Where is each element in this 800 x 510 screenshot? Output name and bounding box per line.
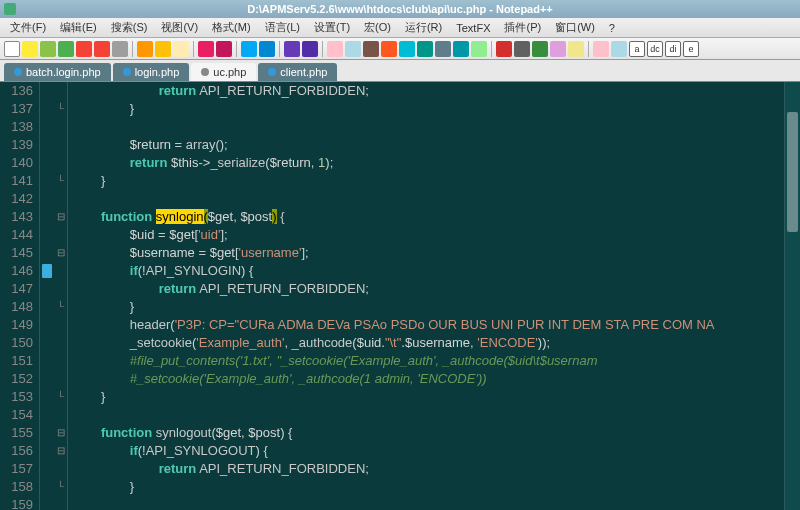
app-icon	[4, 3, 16, 15]
replace-icon[interactable]	[259, 41, 275, 57]
menu-settings[interactable]: 设置(T)	[308, 18, 356, 37]
misc-tool-icon[interactable]	[611, 41, 627, 57]
menu-macro[interactable]: 宏(O)	[358, 18, 397, 37]
function-list-icon[interactable]	[417, 41, 433, 57]
toolbar-separator	[588, 41, 589, 57]
code-area[interactable]: return API_RETURN_FORBIDDEN; } $return =…	[68, 82, 784, 510]
save-all-icon[interactable]	[58, 41, 74, 57]
fold-icon[interactable]	[435, 41, 451, 57]
zoom-out-icon[interactable]	[302, 41, 318, 57]
stop-macro-icon[interactable]	[514, 41, 530, 57]
line-number-gutter: 1361371381391401411421431441451461471481…	[0, 82, 40, 510]
tab-label: uc.php	[213, 66, 246, 78]
tab-label: batch.login.php	[26, 66, 101, 78]
tab-label: client.php	[280, 66, 327, 78]
menu-format[interactable]: 格式(M)	[206, 18, 257, 37]
tab-login[interactable]: login.php	[113, 63, 190, 81]
save-macro-icon[interactable]	[568, 41, 584, 57]
zoom-in-icon[interactable]	[284, 41, 300, 57]
menu-textfx[interactable]: TextFX	[450, 20, 496, 36]
indent-guide-icon[interactable]	[399, 41, 415, 57]
bookmark-gutter[interactable]	[40, 82, 54, 510]
window-titlebar: D:\APMServ5.2.6\www\htdocs\club\api\uc.p…	[0, 0, 800, 18]
open-file-icon[interactable]	[22, 41, 38, 57]
menu-edit[interactable]: 编辑(E)	[54, 18, 103, 37]
toolbar-separator	[491, 41, 492, 57]
toolbar-separator	[279, 41, 280, 57]
close-icon[interactable]	[76, 41, 92, 57]
tab-batch-login[interactable]: batch.login.php	[4, 63, 111, 81]
copy-icon[interactable]	[155, 41, 171, 57]
fold-gutter[interactable]: └ └ ⊟ ⊟ └ └ ⊟⊟ └	[54, 82, 68, 510]
toolbar-separator	[236, 41, 237, 57]
menu-run[interactable]: 运行(R)	[399, 18, 448, 37]
new-file-icon[interactable]	[4, 41, 20, 57]
toolbar: a dc di e	[0, 38, 800, 60]
sync-h-icon[interactable]	[345, 41, 361, 57]
toolbar-separator	[132, 41, 133, 57]
scrollbar-thumb[interactable]	[787, 112, 798, 232]
menu-bar: 文件(F) 编辑(E) 搜索(S) 视图(V) 格式(M) 语言(L) 设置(T…	[0, 18, 800, 38]
unfold-icon[interactable]	[453, 41, 469, 57]
letter-di-icon[interactable]: di	[665, 41, 681, 57]
code-editor[interactable]: 1361371381391401411421431441451461471481…	[0, 82, 800, 510]
paste-icon[interactable]	[173, 41, 189, 57]
record-macro-icon[interactable]	[496, 41, 512, 57]
menu-view[interactable]: 视图(V)	[155, 18, 204, 37]
file-modified-icon	[268, 68, 276, 76]
letter-dc-icon[interactable]: dc	[647, 41, 663, 57]
tab-client[interactable]: client.php	[258, 63, 337, 81]
toolbar-separator	[322, 41, 323, 57]
tab-bar: batch.login.php login.php uc.php client.…	[0, 60, 800, 82]
menu-plugins[interactable]: 插件(P)	[498, 18, 547, 37]
close-all-icon[interactable]	[94, 41, 110, 57]
word-wrap-icon[interactable]	[363, 41, 379, 57]
file-modified-icon	[123, 68, 131, 76]
sync-v-icon[interactable]	[327, 41, 343, 57]
show-whitespace-icon[interactable]	[381, 41, 397, 57]
file-modified-icon	[14, 68, 22, 76]
menu-search[interactable]: 搜索(S)	[105, 18, 154, 37]
play-macro-icon[interactable]	[532, 41, 548, 57]
menu-language[interactable]: 语言(L)	[259, 18, 306, 37]
redo-icon[interactable]	[216, 41, 232, 57]
run-macro-multi-icon[interactable]	[550, 41, 566, 57]
tab-uc[interactable]: uc.php	[191, 63, 256, 81]
undo-icon[interactable]	[198, 41, 214, 57]
menu-help[interactable]: ?	[603, 20, 621, 36]
cut-icon[interactable]	[137, 41, 153, 57]
menu-window[interactable]: 窗口(W)	[549, 18, 601, 37]
menu-file[interactable]: 文件(F)	[4, 18, 52, 37]
letter-a-icon[interactable]: a	[629, 41, 645, 57]
tab-label: login.php	[135, 66, 180, 78]
find-icon[interactable]	[241, 41, 257, 57]
doc-map-icon[interactable]	[471, 41, 487, 57]
toolbar-separator	[193, 41, 194, 57]
vertical-scrollbar[interactable]	[784, 82, 800, 510]
window-title: D:\APMServ5.2.6\www\htdocs\club\api\uc.p…	[247, 3, 553, 15]
letter-e-icon[interactable]: e	[683, 41, 699, 57]
save-icon[interactable]	[40, 41, 56, 57]
file-saved-icon	[201, 68, 209, 76]
print-icon[interactable]	[112, 41, 128, 57]
misc-tool-icon[interactable]	[593, 41, 609, 57]
